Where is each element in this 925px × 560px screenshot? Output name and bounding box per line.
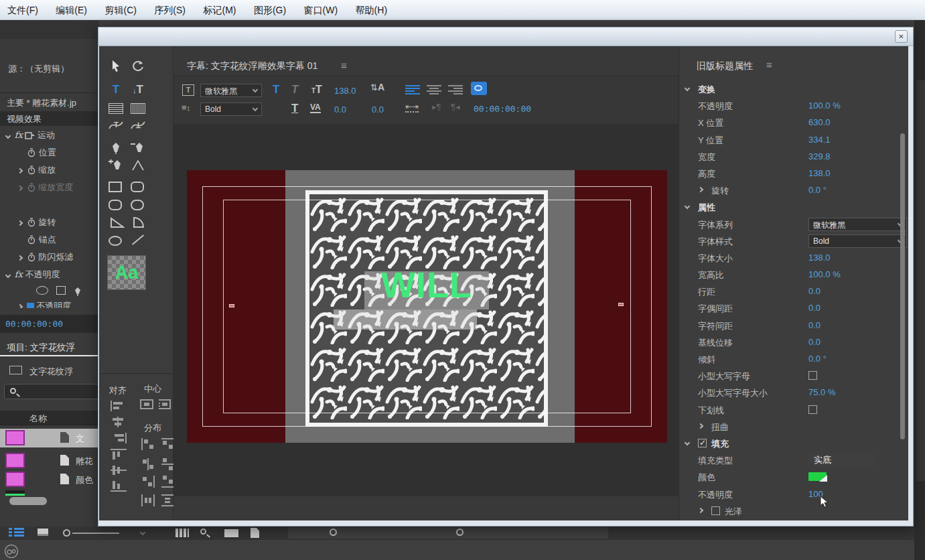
zoom-slider-track[interactable] xyxy=(72,533,119,534)
selection-handle-right[interactable] xyxy=(618,303,624,306)
close-icon[interactable]: ✕ xyxy=(895,30,908,43)
stopwatch-icon[interactable] xyxy=(27,165,36,177)
stopwatch-icon[interactable] xyxy=(27,218,36,229)
ellipse-tool-icon[interactable] xyxy=(109,236,122,246)
convert-anchor-tool-icon[interactable] xyxy=(129,159,147,175)
show-background-video-icon[interactable] xyxy=(471,82,487,95)
rectangle-tool-icon[interactable] xyxy=(109,182,122,192)
chevron-right-icon[interactable] xyxy=(17,255,23,261)
effect-row-anchor[interactable]: 锚点 xyxy=(27,234,99,250)
section-transform[interactable]: 变换 xyxy=(679,81,908,98)
section-properties[interactable]: 属性 xyxy=(679,199,908,216)
kerning-value[interactable]: 0.0 xyxy=(334,104,346,115)
window-titlebar[interactable]: ✕ xyxy=(98,27,913,46)
menu-marker[interactable]: 标记(M) xyxy=(203,5,236,17)
underline-checkbox[interactable] xyxy=(808,405,817,414)
bold-toggle-icon[interactable]: T xyxy=(273,82,279,97)
vertical-type-tool-icon[interactable]: ↓T xyxy=(129,82,147,98)
prop-baseline-shift[interactable]: 基线位移0.0 xyxy=(679,334,908,351)
delete-anchor-tool-icon[interactable] xyxy=(129,141,147,157)
chevron-right-icon[interactable] xyxy=(17,168,23,173)
project-panel-title[interactable]: 项目: 文字花纹浮 xyxy=(7,342,99,354)
canvas-text[interactable]: WILL xyxy=(364,264,489,305)
effect-row-position[interactable]: 位置 xyxy=(27,147,99,163)
distribute-right-icon[interactable] xyxy=(141,476,155,488)
pen-mask-icon[interactable] xyxy=(73,287,82,299)
sheen-checkbox[interactable] xyxy=(711,506,720,515)
track-handle-right[interactable] xyxy=(456,529,464,536)
find-icon[interactable] xyxy=(200,529,206,535)
list-view-icon[interactable] xyxy=(9,528,24,538)
effect-row-scale-width[interactable]: 缩放宽度 xyxy=(16,182,99,198)
horizontal-scrollbar[interactable] xyxy=(9,497,47,505)
distribute-center-h-icon[interactable] xyxy=(141,458,155,470)
panel-menu-icon[interactable]: ≡ xyxy=(341,60,347,71)
track-handle-left[interactable] xyxy=(330,529,337,536)
label-color-swatch[interactable] xyxy=(5,472,25,487)
chevron-right-icon[interactable] xyxy=(17,304,23,308)
bin-icon[interactable] xyxy=(9,366,22,374)
prop-font-family[interactable]: 字体系列 微软雅黑 xyxy=(679,216,908,233)
menu-sequence[interactable]: 序列(S) xyxy=(154,5,186,17)
prop-font-size[interactable]: 字体大小138.0 xyxy=(679,250,908,267)
title-canvas[interactable]: WILL 旧版标题样式 ≡ xyxy=(173,125,679,496)
fill-type-dropdown[interactable]: 实底 xyxy=(808,453,875,467)
prop-height[interactable]: 高度138.0 xyxy=(679,165,908,182)
menu-clip[interactable]: 剪辑(C) xyxy=(104,5,136,17)
distribute-v-even-icon[interactable] xyxy=(161,494,175,506)
paragraph-rtl-icon[interactable]: ¶◂ xyxy=(451,102,460,112)
align-center-v-icon[interactable] xyxy=(111,465,127,476)
path-type-tool-icon[interactable]: T xyxy=(107,119,125,135)
tab-stops-icon[interactable]: ⇤⇥ xyxy=(405,102,419,113)
prop-font-style[interactable]: 字体样式 Bold xyxy=(679,233,908,250)
name-column-header[interactable]: 名称 xyxy=(29,413,99,425)
project-row-matte[interactable]: 颜色 xyxy=(0,470,99,489)
menu-edit[interactable]: 编辑(E) xyxy=(56,5,87,17)
small-caps-checkbox[interactable] xyxy=(808,371,817,380)
arc-tool-icon[interactable] xyxy=(131,216,148,232)
prop-small-caps-size[interactable]: 小型大写字母大小75.0 % xyxy=(679,384,908,401)
type-tool-icon[interactable]: T xyxy=(107,82,125,98)
effect-row-scale[interactable]: 缩放 xyxy=(16,164,99,180)
label-color-swatch[interactable] xyxy=(5,453,25,468)
text-selection-box-lower[interactable] xyxy=(334,309,477,330)
rotation-tool-icon[interactable] xyxy=(129,60,147,76)
distribute-h-even-icon[interactable] xyxy=(141,494,155,506)
prop-underline[interactable]: 下划线 xyxy=(679,402,908,419)
panel-menu-icon[interactable]: ≡ xyxy=(766,59,772,70)
font-browse-icon[interactable]: T xyxy=(182,84,194,96)
prop-rotation[interactable]: 旋转0.0 ° xyxy=(679,182,908,199)
style-preview-swatch[interactable]: Aa xyxy=(107,255,146,290)
section-distort[interactable]: 扭曲 xyxy=(679,419,908,435)
center-horizontal-icon[interactable] xyxy=(140,399,153,409)
zoom-slider-handle[interactable] xyxy=(63,529,70,537)
icon-view-icon[interactable] xyxy=(38,529,48,536)
round-rect-tool-icon[interactable] xyxy=(131,200,144,210)
kerning-icon[interactable]: VA xyxy=(310,102,321,113)
stopwatch-icon[interactable] xyxy=(27,253,36,264)
stopwatch-icon[interactable] xyxy=(27,148,36,159)
font-style-dropdown[interactable]: Bold xyxy=(808,234,907,248)
clipped-corner-rect-tool-icon[interactable] xyxy=(109,200,122,210)
prop-leading[interactable]: 行距0.0 xyxy=(679,283,908,300)
font-family-dropdown[interactable]: 微软雅黑 xyxy=(200,84,262,97)
prop-fill-opacity[interactable]: 不透明度100 xyxy=(679,486,908,503)
prop-x-position[interactable]: X 位置630.0 xyxy=(679,115,908,131)
align-right-icon[interactable] xyxy=(111,433,127,443)
ellipse-mask-icon[interactable] xyxy=(36,286,48,295)
font-style-dropdown[interactable]: Bold xyxy=(200,102,262,116)
selection-handle-left[interactable] xyxy=(229,304,234,307)
stopwatch-icon[interactable] xyxy=(27,235,36,247)
selection-tool-icon[interactable] xyxy=(107,60,125,76)
section-sheen[interactable]: 光泽 xyxy=(679,503,908,520)
font-size-value[interactable]: 138.0 xyxy=(334,86,356,96)
menu-help[interactable]: 帮助(H) xyxy=(356,5,387,17)
font-family-dropdown[interactable]: 微软雅黑 xyxy=(808,218,907,231)
menu-file[interactable]: 文件(F) xyxy=(7,5,38,17)
align-text-center-icon[interactable] xyxy=(427,84,441,94)
chevron-down-icon[interactable] xyxy=(5,273,11,278)
prop-fill-type[interactable]: 填充类型 实底 xyxy=(679,452,908,469)
vertical-path-type-tool-icon[interactable]: Ʇ xyxy=(129,119,147,135)
prop-y-position[interactable]: Y 位置334.1 xyxy=(679,132,908,149)
stopwatch-icon[interactable] xyxy=(27,183,36,194)
